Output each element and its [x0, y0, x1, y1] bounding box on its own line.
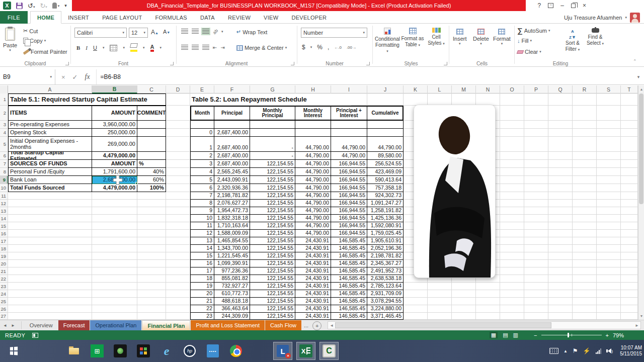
- column-header-D[interactable]: D: [166, 85, 190, 94]
- cell-month21-c1[interactable]: 488,618.18: [214, 298, 250, 305]
- column-header-C[interactable]: C: [137, 85, 166, 94]
- row-header-7[interactable]: 7: [0, 160, 8, 168]
- cell-month22-c3[interactable]: 24,430.91: [295, 305, 331, 313]
- row-header-10[interactable]: 10: [0, 184, 8, 192]
- cell-month7-c3[interactable]: 44,790.00: [295, 192, 331, 200]
- cell-month6-c3[interactable]: 44,790.00: [295, 184, 331, 192]
- cell-month0-c5[interactable]: [367, 129, 404, 137]
- cell-month23-c0[interactable]: 23: [190, 313, 214, 320]
- cell-A8[interactable]: Personal Fund /Equity: [8, 168, 92, 176]
- cell-C9[interactable]: 60%: [137, 176, 166, 184]
- cell-month1-c0[interactable]: 1: [190, 137, 214, 152]
- select-all-corner[interactable]: [0, 85, 8, 94]
- row-header-17[interactable]: 17: [0, 237, 8, 245]
- increase-indent-icon[interactable]: ⇥: [220, 45, 224, 50]
- tab-view[interactable]: VIEW: [257, 11, 285, 24]
- cell-month10-c0[interactable]: 10: [190, 215, 214, 222]
- cell-month19-c5[interactable]: 2,785,123.64: [367, 283, 404, 290]
- cell-month2-c5[interactable]: 89,580.00: [367, 152, 404, 160]
- close-icon[interactable]: ×: [583, 2, 586, 9]
- cell-month1-c3[interactable]: 44,790.00: [295, 137, 331, 152]
- grid-body[interactable]: 1234567891011121314151617181920212223242…: [0, 94, 638, 320]
- cell-month11-c3[interactable]: 44,790.00: [295, 222, 331, 230]
- bold-button[interactable]: B: [76, 45, 80, 51]
- cell-month20-c5[interactable]: 2,931,709.09: [367, 290, 404, 298]
- cell-month9-c4[interactable]: 166,944.55: [331, 207, 367, 215]
- cell-month2-c0[interactable]: 2: [190, 152, 214, 160]
- shrink-font-button[interactable]: A▼: [163, 29, 170, 35]
- cell-month14-c5[interactable]: 2,052,196.36: [367, 245, 404, 252]
- cell-C7[interactable]: %: [137, 160, 166, 168]
- cell-month12-c5[interactable]: 1,759,025.45: [367, 230, 404, 237]
- cell-month17-c4[interactable]: 146,585.45: [331, 267, 367, 275]
- cell-month5-c4[interactable]: 166,944.55: [331, 176, 367, 184]
- horizontal-scrollbar[interactable]: ◄ ►: [328, 321, 641, 329]
- taskbar-chrome-icon[interactable]: [226, 342, 246, 360]
- cell-month11-c1[interactable]: 1,710,163.64: [214, 222, 250, 230]
- delete-cells-button[interactable]: Delete▾: [473, 29, 489, 46]
- cell-A5[interactable]: Initial Operating Expenses - 2months: [8, 137, 92, 152]
- column-header-A[interactable]: A: [8, 85, 92, 94]
- cell-month10-c3[interactable]: 44,790.00: [295, 215, 331, 222]
- normal-view-icon[interactable]: ▦: [490, 332, 498, 338]
- cell-month10-c5[interactable]: 1,425,136.36: [367, 215, 404, 222]
- column-header-B[interactable]: B: [92, 85, 137, 94]
- taskbar-camera-app-icon[interactable]: [111, 342, 130, 360]
- tab-data[interactable]: DATA: [194, 11, 221, 24]
- cell-month7-c4[interactable]: 166,944.55: [331, 192, 367, 200]
- cell-month18-c5[interactable]: 2,638,538.18: [367, 275, 404, 283]
- cell-styles-button[interactable]: CellStyles ▾: [426, 28, 447, 46]
- font-dialog-launcher[interactable]: [170, 62, 174, 65]
- clear-button[interactable]: Clear▾: [517, 49, 541, 55]
- underline-button[interactable]: U: [93, 45, 97, 51]
- cell-month22-c2[interactable]: 122,154.55: [250, 305, 295, 313]
- cell-r3-c1[interactable]: [214, 121, 250, 129]
- cell-month21-c2[interactable]: 122,154.55: [250, 298, 295, 305]
- cell-month20-c4[interactable]: 146,585.45: [331, 290, 367, 298]
- help-icon[interactable]: ?: [538, 2, 541, 9]
- vertical-scroll-thumb[interactable]: [639, 94, 643, 204]
- row-header-12[interactable]: 12: [0, 200, 8, 207]
- touch-keyboard-icon[interactable]: [549, 348, 558, 354]
- column-header-S[interactable]: S: [597, 85, 621, 94]
- column-header-F[interactable]: F: [214, 85, 250, 94]
- clock[interactable]: 10:07 AM 5/11/2015: [620, 345, 642, 357]
- cell-month0-c1[interactable]: 2,687,400.00: [214, 129, 250, 137]
- formula-input[interactable]: =B6-B8: [97, 69, 633, 84]
- align-middle-icon[interactable]: [192, 29, 199, 34]
- fill-color-icon[interactable]: [130, 44, 137, 52]
- conditional-formatting-button[interactable]: ConditionalFormatting ▾: [374, 28, 400, 54]
- cell-month17-c3[interactable]: 24,430.91: [295, 267, 331, 275]
- cell-month6-c5[interactable]: 757,358.18: [367, 184, 404, 192]
- cell-month11-c2[interactable]: 122,154.55: [250, 222, 295, 230]
- cell-month8-c1[interactable]: 2,076,627.27: [214, 200, 250, 207]
- cell-A4[interactable]: Opening Stock: [8, 129, 92, 137]
- cell-month4-c2[interactable]: 122,154.55: [250, 168, 295, 176]
- cell-B5[interactable]: 269,000.00: [92, 137, 137, 152]
- cell-month0-c4[interactable]: [331, 129, 367, 137]
- cell-month15-c2[interactable]: 122,154.55: [250, 252, 295, 260]
- cell-month23-c1[interactable]: 244,309.09: [214, 313, 250, 320]
- cell-month4-c1[interactable]: 2,565,245.45: [214, 168, 250, 176]
- cell-month14-c3[interactable]: 24,430.91: [295, 245, 331, 252]
- cell-month22-c4[interactable]: 146,585.45: [331, 305, 367, 313]
- redo-icon[interactable]: ↻▾: [40, 3, 47, 9]
- cell-month13-c1[interactable]: 1,465,854.55: [214, 237, 250, 245]
- name-box[interactable]: B9▾: [0, 69, 55, 84]
- cell-month11-c5[interactable]: 1,592,080.91: [367, 222, 404, 230]
- zoom-in-icon[interactable]: +: [606, 332, 609, 338]
- row-header-3[interactable]: 3: [0, 121, 8, 129]
- cell-month2-c3[interactable]: 44,790.00: [295, 152, 331, 160]
- cell-r3-c2[interactable]: [250, 121, 295, 129]
- taskbar-photos-app-icon[interactable]: [134, 342, 153, 360]
- tab-file[interactable]: FILE: [0, 11, 28, 24]
- taskbar-start-icon[interactable]: [4, 342, 23, 360]
- paste-button[interactable]: Paste ▾: [3, 28, 17, 52]
- cell-month3-c1[interactable]: 2,687,400.00: [214, 160, 250, 168]
- row-header-6[interactable]: 6: [0, 152, 8, 160]
- comma-style-icon[interactable]: ,: [328, 44, 329, 51]
- cell-B2[interactable]: AMOUNT: [92, 106, 137, 121]
- sheet-nav-right-icon[interactable]: ►: [11, 323, 15, 328]
- decrease-indent-icon[interactable]: ⇤: [213, 45, 217, 50]
- vertical-scrollbar[interactable]: ▲ ▼: [638, 85, 644, 320]
